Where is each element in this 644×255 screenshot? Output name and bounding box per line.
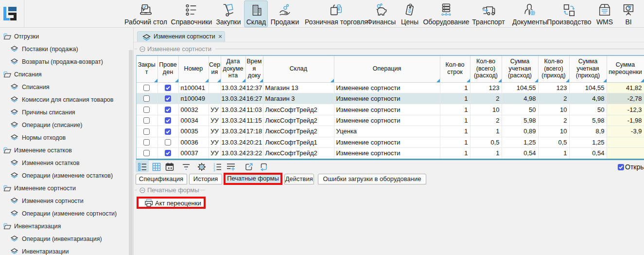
svg-text:3: 3 xyxy=(213,168,215,172)
svg-text:$: $ xyxy=(407,8,412,14)
